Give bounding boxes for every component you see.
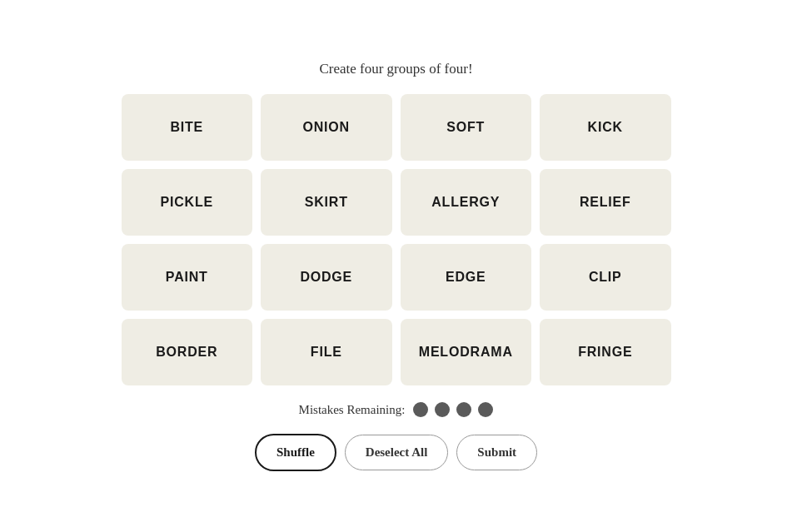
word-label-file: FILE xyxy=(311,345,342,360)
mistakes-row: Mistakes Remaining: xyxy=(299,402,494,417)
word-card-kick[interactable]: KICK xyxy=(540,94,671,161)
mistake-dot-1 xyxy=(413,402,428,417)
word-label-allergy: ALLERGY xyxy=(431,195,500,210)
word-card-border[interactable]: BORDER xyxy=(122,319,253,385)
word-card-file[interactable]: FILE xyxy=(261,319,392,385)
word-label-clip: CLIP xyxy=(589,270,622,285)
mistakes-dots xyxy=(413,402,493,417)
word-card-fringe[interactable]: FRINGE xyxy=(540,319,671,385)
word-label-onion: ONION xyxy=(303,120,350,135)
submit-button[interactable]: Submit xyxy=(456,435,537,470)
word-label-border: BORDER xyxy=(156,345,217,360)
shuffle-button[interactable]: Shuffle xyxy=(255,434,336,471)
word-card-paint[interactable]: PAINT xyxy=(122,244,253,311)
word-card-onion[interactable]: ONION xyxy=(261,94,392,161)
word-card-allergy[interactable]: ALLERGY xyxy=(401,169,532,236)
game-container: Create four groups of four! BITEONIONSOF… xyxy=(122,61,671,471)
word-label-bite: BITE xyxy=(170,120,203,135)
word-label-edge: EDGE xyxy=(446,270,486,285)
mistakes-label: Mistakes Remaining: xyxy=(299,403,406,417)
word-label-melodrama: MELODRAMA xyxy=(419,345,513,360)
word-card-relief[interactable]: RELIEF xyxy=(540,169,671,236)
word-label-paint: PAINT xyxy=(166,270,208,285)
word-label-soft: SOFT xyxy=(446,120,485,135)
word-card-bite[interactable]: BITE xyxy=(122,94,253,161)
word-card-pickle[interactable]: PICKLE xyxy=(122,169,253,236)
buttons-row: Shuffle Deselect All Submit xyxy=(255,434,537,471)
mistake-dot-4 xyxy=(478,402,493,417)
word-card-soft[interactable]: SOFT xyxy=(401,94,532,161)
word-grid: BITEONIONSOFTKICKPICKLESKIRTALLERGYRELIE… xyxy=(122,94,671,385)
deselect-all-button[interactable]: Deselect All xyxy=(345,435,449,470)
word-label-relief: RELIEF xyxy=(580,195,631,210)
word-label-dodge: DODGE xyxy=(300,270,352,285)
mistake-dot-3 xyxy=(456,402,471,417)
word-card-melodrama[interactable]: MELODRAMA xyxy=(401,319,532,385)
word-card-edge[interactable]: EDGE xyxy=(401,244,532,311)
word-label-pickle: PICKLE xyxy=(161,195,213,210)
word-card-skirt[interactable]: SKIRT xyxy=(261,169,392,236)
word-label-kick: KICK xyxy=(588,120,623,135)
game-title: Create four groups of four! xyxy=(319,61,472,77)
word-card-clip[interactable]: CLIP xyxy=(540,244,671,311)
mistake-dot-2 xyxy=(435,402,450,417)
word-label-skirt: SKIRT xyxy=(305,195,348,210)
word-label-fringe: FRINGE xyxy=(578,345,632,360)
word-card-dodge[interactable]: DODGE xyxy=(261,244,392,311)
